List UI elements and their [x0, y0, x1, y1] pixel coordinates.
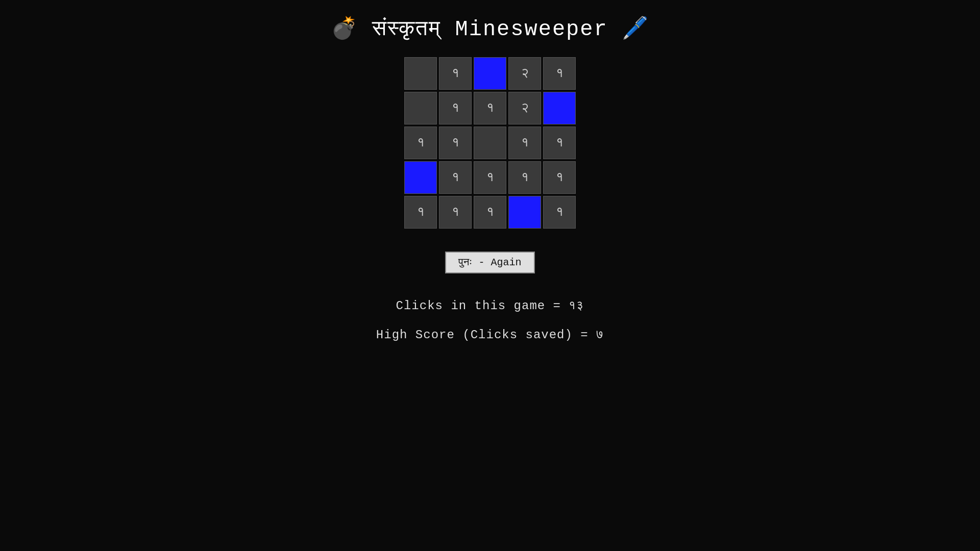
cell-1[interactable]: १ — [439, 57, 472, 90]
cell-15[interactable] — [404, 161, 437, 194]
cell-9[interactable] — [543, 92, 576, 124]
cell-21[interactable]: १ — [439, 196, 472, 229]
cell-8[interactable]: २ — [508, 92, 541, 124]
cell-10[interactable]: १ — [404, 127, 437, 159]
cell-14[interactable]: १ — [543, 127, 576, 159]
cell-24[interactable]: १ — [543, 196, 576, 229]
cell-18[interactable]: १ — [508, 161, 541, 194]
stats-panel: Clicks in this game = १३ High Score (Cli… — [376, 299, 604, 357]
cell-13[interactable]: १ — [508, 127, 541, 159]
cell-16[interactable]: १ — [439, 161, 472, 194]
title-text-sanskrit: संस्कृतम् — [372, 17, 441, 42]
cell-22[interactable]: १ — [474, 196, 506, 229]
highscore-stat: High Score (Clicks saved) = ७ — [376, 328, 604, 342]
clicks-stat: Clicks in this game = १३ — [376, 299, 604, 313]
again-button[interactable]: पुनः - Again — [445, 252, 534, 273]
cell-5[interactable] — [404, 92, 437, 124]
pencil-icon: 🖊️ — [622, 17, 649, 42]
cell-4[interactable]: १ — [543, 57, 576, 90]
cell-17[interactable]: १ — [474, 161, 506, 194]
cell-3[interactable]: २ — [508, 57, 541, 90]
cell-11[interactable]: १ — [439, 127, 472, 159]
cell-12[interactable] — [474, 127, 506, 159]
cell-6[interactable]: १ — [439, 92, 472, 124]
cell-19[interactable]: १ — [543, 161, 576, 194]
bomb-icon: 💣 — [331, 17, 358, 42]
cell-7[interactable]: १ — [474, 92, 506, 124]
title-text-english: Minesweeper — [455, 17, 607, 42]
cell-0[interactable] — [404, 57, 437, 90]
cell-23[interactable] — [508, 196, 541, 229]
cell-2[interactable] — [474, 57, 506, 90]
title: 💣 संस्कृतम् Minesweeper 🖊️ — [331, 15, 649, 42]
cell-20[interactable]: १ — [404, 196, 437, 229]
game-board: १२१११२११११११११११११ — [404, 57, 576, 229]
